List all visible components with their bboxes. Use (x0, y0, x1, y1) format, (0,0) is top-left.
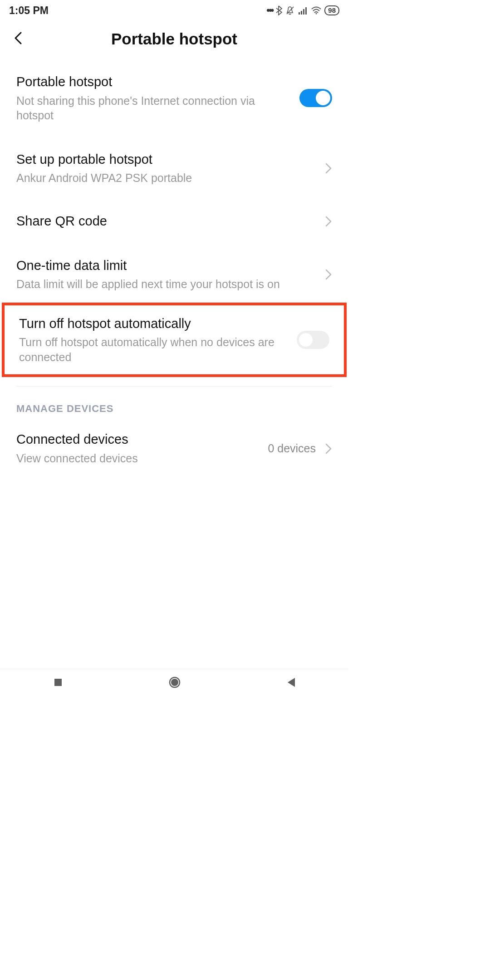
section-manage-devices: MANAGE DEVICES (0, 387, 348, 420)
setup-title: Set up portable hotspot (16, 151, 316, 168)
row-portable-hotspot[interactable]: Portable hotspot Not sharing this phone'… (0, 57, 348, 134)
row-setup-hotspot[interactable]: Set up portable hotspot Ankur Android WP… (0, 134, 348, 196)
triangle-left-icon (286, 677, 296, 688)
chevron-left-icon (13, 31, 24, 45)
chevron-right-icon (325, 269, 332, 280)
row-connected-devices[interactable]: Connected devices View connected devices… (0, 420, 348, 476)
signal-icon (298, 6, 308, 15)
setup-subtitle: Ankur Android WPA2 PSK portable (16, 171, 316, 186)
more-icon: ••• (266, 5, 273, 16)
qr-title: Share QR code (16, 213, 316, 230)
highlight-box: Turn off hotspot automatically Turn off … (2, 303, 347, 377)
chevron-right-icon (325, 443, 332, 455)
hotspot-toggle[interactable] (299, 89, 332, 107)
status-time: 1:05 PM (9, 5, 49, 17)
auto-off-toggle[interactable] (297, 331, 329, 349)
svg-point-5 (316, 13, 317, 15)
connected-value: 0 devices (268, 442, 316, 455)
hotspot-subtitle: Not sharing this phone's Internet connec… (16, 93, 290, 123)
svg-rect-1 (299, 12, 300, 15)
connected-title: Connected devices (16, 431, 259, 448)
nav-home-button[interactable] (168, 676, 181, 691)
header: Portable hotspot (0, 19, 348, 57)
auto-off-title: Turn off hotspot automatically (19, 315, 288, 333)
row-auto-off[interactable]: Turn off hotspot automatically Turn off … (5, 305, 344, 375)
row-data-limit[interactable]: One-time data limit Data limit will be a… (0, 246, 348, 303)
back-button[interactable] (13, 31, 24, 47)
svg-rect-4 (305, 7, 307, 15)
bluetooth-icon (275, 5, 283, 15)
battery-indicator: 98 (324, 5, 339, 15)
svg-point-8 (171, 679, 178, 686)
nav-back-button[interactable] (286, 677, 296, 690)
nav-recent-button[interactable] (53, 677, 64, 690)
circle-icon (168, 676, 181, 689)
status-bar: 1:05 PM ••• 98 (0, 0, 348, 19)
square-icon (53, 677, 64, 688)
connected-subtitle: View connected devices (16, 451, 259, 466)
data-limit-title: One-time data limit (16, 257, 316, 274)
chevron-right-icon (325, 162, 332, 174)
data-limit-subtitle: Data limit will be applied next time you… (16, 277, 316, 292)
svg-rect-2 (301, 11, 302, 15)
status-icons: ••• 98 (266, 5, 339, 16)
svg-rect-6 (54, 679, 62, 686)
navigation-bar (0, 669, 348, 697)
chevron-right-icon (325, 216, 332, 227)
content: Portable hotspot Not sharing this phone'… (0, 57, 348, 477)
row-share-qr[interactable]: Share QR code (0, 196, 348, 246)
hotspot-title: Portable hotspot (16, 74, 290, 91)
wifi-icon (311, 6, 322, 15)
svg-rect-3 (303, 9, 304, 15)
mute-icon (285, 5, 295, 15)
auto-off-subtitle: Turn off hotspot automatically when no d… (19, 335, 288, 364)
page-title: Portable hotspot (111, 30, 237, 48)
